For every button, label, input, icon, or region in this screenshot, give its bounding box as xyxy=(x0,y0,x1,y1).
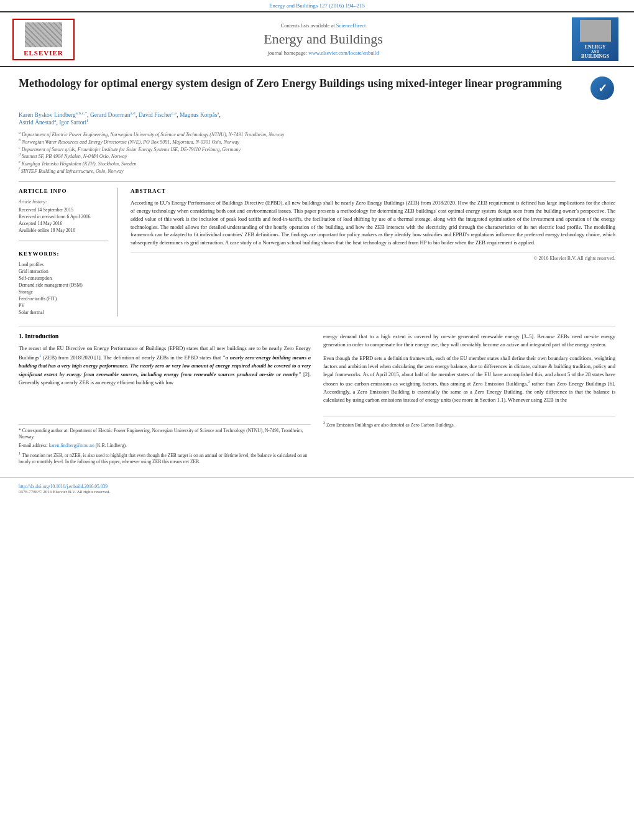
keyword-item: Self-consumption xyxy=(19,275,108,281)
available-date: Available online 18 May 2016 xyxy=(19,228,108,233)
affiliations: a Department of Electric Power Engineeri… xyxy=(19,131,615,173)
email-note: E-mail address: karen.lindberg@ntnu.no (… xyxy=(19,443,311,450)
abstract-title: ABSTRACT xyxy=(131,188,615,194)
intro-right-column: energy demand that to a high extent is c… xyxy=(323,333,615,468)
abstract-text: According to EU's Energy Performance of … xyxy=(131,199,615,247)
elsevier-logo: ELSEVIER xyxy=(12,19,75,60)
keyword-item: Grid interaction xyxy=(19,269,108,274)
journal-title-section: Contents lists available at ScienceDirec… xyxy=(75,22,572,56)
issn-line: 0378-7788/© 2016 Elsevier B.V. All right… xyxy=(19,489,615,494)
article-title-section: Methodology for optimal energy system de… xyxy=(19,76,615,104)
main-content: Methodology for optimal energy system de… xyxy=(0,67,634,477)
intro-para3: Even though the EPBD sets a definition f… xyxy=(323,354,615,405)
logo-buildings-text: BUILDINGS xyxy=(581,53,609,59)
journal-ref: Energy and Buildings 127 (2016) 194–215 xyxy=(269,2,365,9)
copyright-line: © 2016 Elsevier B.V. All rights reserved… xyxy=(131,252,615,261)
authors: Karen Byskov Lindberga,b,c,*, Gerard Doo… xyxy=(19,111,615,126)
fn1-marker: 1 xyxy=(19,451,21,455)
contents-line: Contents lists available at ScienceDirec… xyxy=(87,22,559,29)
doi-line: http://dx.doi.org/10.1016/j.enbuild.2016… xyxy=(19,484,615,489)
crossmark: ✓ xyxy=(590,76,615,101)
footnote-1: 1 The notation net ZEB, or nZEB, is also… xyxy=(19,451,311,466)
keyword-item: Demand side management (DSM) xyxy=(19,282,108,288)
fn2-marker: 2 xyxy=(323,420,325,425)
journal-homepage-link[interactable]: www.elsevier.com/locate/enbuild xyxy=(308,50,379,56)
left-footnotes: * Corresponding author at: Department of… xyxy=(19,424,311,466)
affiliation-item: d Statnett SF, PB 4904 Nydalen, N-0484 O… xyxy=(19,152,615,159)
author-2: Gerard Doorman xyxy=(90,112,131,118)
affiliation-item: a Department of Electric Power Engineeri… xyxy=(19,131,615,137)
keyword-item: PV xyxy=(19,303,108,308)
keywords-list: Load profilesGrid interactionSelf-consum… xyxy=(19,262,108,315)
page-footer: http://dx.doi.org/10.1016/j.enbuild.2016… xyxy=(0,477,634,497)
email-link[interactable]: karen.lindberg@ntnu.no xyxy=(49,443,94,448)
received-date: Received 14 September 2015 xyxy=(19,207,108,213)
journal-logo-right: ENERGY AND BUILDINGS xyxy=(572,17,622,61)
elsevier-label: ELSEVIER xyxy=(24,49,63,57)
keyword-item: Load profiles xyxy=(19,262,108,267)
affiliation-item: c Department of Smart grids, Fraunhofer … xyxy=(19,145,615,152)
journal-header: ELSEVIER Contents lists available at Sci… xyxy=(0,11,634,67)
elsevier-image xyxy=(25,22,62,47)
article-body: ARTICLE INFO Article history: Received 1… xyxy=(19,181,615,316)
history-section: Article history: Received 14 September 2… xyxy=(19,199,108,241)
logo-image xyxy=(580,20,611,42)
affiliation-item: b Norwegian Water Resources and Energy D… xyxy=(19,138,615,145)
abstract-section: ABSTRACT According to EU's Energy Perfor… xyxy=(131,188,615,316)
keyword-item: Solar thermal xyxy=(19,310,108,315)
author-5: Astrid Ånestad xyxy=(19,119,54,126)
affiliation-item: e Kungliga Tekniska Högskolan (KTH), Sto… xyxy=(19,160,615,167)
author-3: David Fischer xyxy=(139,112,172,118)
intro-left-column: 1. Introduction The recast of the EU Dir… xyxy=(19,333,311,468)
section-number: 1. xyxy=(19,333,24,339)
corresponding-author-note: * Corresponding author at: Department of… xyxy=(19,428,311,441)
section-divider xyxy=(19,326,615,326)
author-4: Magnus Korpås xyxy=(180,112,217,118)
right-footnotes: 2 Zero Emission Buildings are also denot… xyxy=(323,417,615,428)
intro-right-text: energy demand that to a high extent is c… xyxy=(323,333,615,404)
journal-name: Energy and Buildings xyxy=(87,31,559,47)
section-title-text: Introduction xyxy=(25,333,58,339)
introduction-section: 1. Introduction The recast of the EU Dir… xyxy=(19,333,615,468)
author-1: Karen Byskov Lindberg xyxy=(19,112,76,118)
top-bar: Energy and Buildings 127 (2016) 194–215 xyxy=(0,0,634,11)
crossmark-icon: ✓ xyxy=(590,76,614,100)
revised-date: Received in revised form 6 April 2016 xyxy=(19,214,108,219)
intro-paragraph-1: The recast of the EU Directive on Energy… xyxy=(19,344,311,387)
article-title: Methodology for optimal energy system de… xyxy=(19,76,581,91)
logo-energy-text: ENERGY xyxy=(584,44,605,50)
affiliation-item: f SINTEF Building and Infrastructure, Os… xyxy=(19,167,615,174)
intro-heading: 1. Introduction xyxy=(19,333,311,339)
article-info-panel: ARTICLE INFO Article history: Received 1… xyxy=(19,188,118,316)
journal-logo-box: ENERGY AND BUILDINGS xyxy=(572,17,618,61)
history-label: Article history: xyxy=(19,199,108,205)
keywords-label: Keywords: xyxy=(19,251,108,257)
keyword-item: Storage xyxy=(19,289,108,295)
journal-url: journal homepage: www.elsevier.com/locat… xyxy=(87,50,559,56)
author-6: Igor Sartori xyxy=(59,119,86,126)
keywords-section: Keywords: Load profilesGrid interactionS… xyxy=(19,251,108,315)
article-info-title: ARTICLE INFO xyxy=(19,188,108,194)
keyword-item: Feed-in-tariffs (FIT) xyxy=(19,296,108,302)
footnote-2: 2 Zero Emission Buildings are also denot… xyxy=(323,420,615,428)
accepted-date: Accepted 14 May 2016 xyxy=(19,221,108,226)
sciencedirect-link[interactable]: ScienceDirect xyxy=(336,22,366,29)
